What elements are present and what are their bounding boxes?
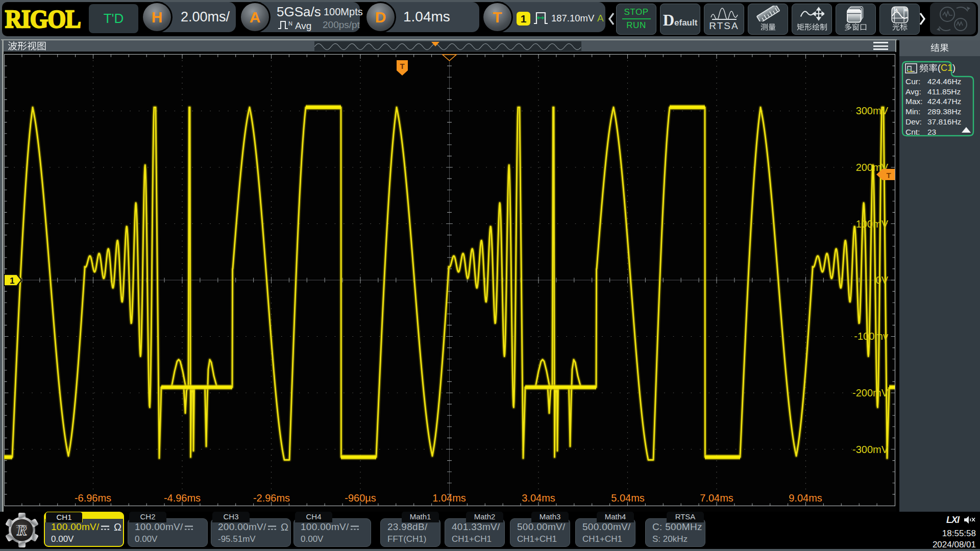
svg-text:T: T: [886, 171, 891, 180]
svg-text:R: R: [16, 521, 27, 538]
svg-text:5.04ms: 5.04ms: [611, 492, 645, 504]
svg-text:9.04ms: 9.04ms: [789, 492, 822, 504]
svg-text:7.04ms: 7.04ms: [700, 492, 733, 504]
svg-text:-6.96ms: -6.96ms: [75, 492, 111, 504]
svg-text:0V: 0V: [876, 274, 889, 286]
svg-text:B: B: [904, 8, 907, 12]
svg-text:T: T: [400, 62, 404, 70]
svg-text:-2.96ms: -2.96ms: [253, 492, 290, 504]
svg-text:-200mV: -200mV: [852, 387, 889, 398]
svg-text:N: N: [288, 20, 292, 27]
svg-text:-300mV: -300mV: [852, 444, 889, 455]
svg-text:3.04ms: 3.04ms: [522, 492, 555, 504]
svg-text:1.04ms: 1.04ms: [432, 492, 466, 504]
svg-text:-100mv: -100mv: [854, 331, 888, 342]
svg-text:100mV: 100mV: [856, 218, 889, 230]
svg-text:-4.96ms: -4.96ms: [164, 492, 201, 504]
svg-text:1: 1: [10, 276, 14, 286]
svg-text:A: A: [895, 8, 898, 12]
svg-text:300mV: 300mV: [856, 105, 889, 116]
svg-text:-960µs: -960µs: [345, 492, 376, 504]
svg-text:RIGOL: RIGOL: [5, 6, 81, 33]
